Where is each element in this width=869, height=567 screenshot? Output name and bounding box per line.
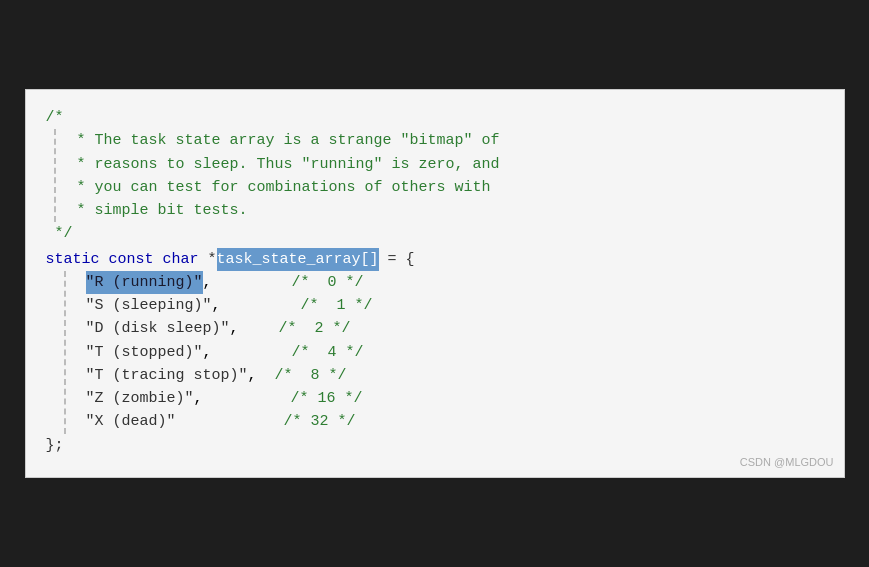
- comment-text-3: * you can test for combinations of other…: [68, 176, 491, 199]
- equals-operator: = {: [379, 248, 415, 271]
- entry-3-value: "T (stopped)": [86, 341, 203, 364]
- keyword-char: char: [163, 248, 208, 271]
- entry-5-comment: /* 16 */: [291, 387, 363, 410]
- comment-line-1: * The task state array is a strange "bit…: [68, 129, 824, 152]
- array-entry-6: "X (dead)" /* 32 */: [86, 410, 824, 433]
- entry-0-comment: /* 0 */: [292, 271, 364, 294]
- watermark: CSDN @MLGDOU: [740, 454, 834, 471]
- comment-close: */: [46, 222, 73, 245]
- code-container: /* * The task state array is a strange "…: [25, 89, 845, 478]
- entry-0-value: "R (running)": [86, 271, 203, 294]
- entry-3-comment: /* 4 */: [292, 341, 364, 364]
- entry-5-value: "Z (zombie)": [86, 387, 194, 410]
- array-body: "R (running)", /* 0 */ "S (sleeping)", /…: [64, 271, 824, 434]
- entry-0-comma: ,: [203, 271, 212, 294]
- closing-line: };: [46, 434, 824, 457]
- entry-1-comment: /* 1 */: [301, 294, 373, 317]
- entry-1-value: "S (sleeping)": [86, 294, 212, 317]
- keyword-const: const: [109, 248, 163, 271]
- comment-open-line: /*: [46, 106, 824, 129]
- comment-text-1: * The task state array is a strange "bit…: [68, 129, 500, 152]
- entry-6-comment: /* 32 */: [284, 410, 356, 433]
- closing-brace: };: [46, 434, 64, 457]
- array-entry-2: "D (disk sleep)", /* 2 */: [86, 317, 824, 340]
- array-entry-3: "T (stopped)", /* 4 */: [86, 341, 824, 364]
- comment-line-3: * you can test for combinations of other…: [68, 176, 824, 199]
- declaration-line: static const char * task_state_array[] =…: [46, 248, 824, 271]
- comment-open: /*: [46, 106, 64, 129]
- comment-block: /* * The task state array is a strange "…: [46, 106, 824, 246]
- array-entry-1: "S (sleeping)", /* 1 */: [86, 294, 824, 317]
- comment-line-4: * simple bit tests.: [68, 199, 824, 222]
- entry-4-comment: /* 8 */: [275, 364, 347, 387]
- array-entry-4: "T (tracing stop)", /* 8 */: [86, 364, 824, 387]
- entry-4-value: "T (tracing stop)": [86, 364, 248, 387]
- entry-2-comment: /* 2 */: [279, 317, 351, 340]
- pointer-star: *: [208, 248, 217, 271]
- entry-2-value: "D (disk sleep)": [86, 317, 230, 340]
- array-name-highlight: task_state_array[]: [217, 248, 379, 271]
- entry-6-value: "X (dead)": [86, 410, 176, 433]
- array-entry-0: "R (running)", /* 0 */: [86, 271, 824, 294]
- keyword-static: static: [46, 248, 109, 271]
- comment-close-line: */: [46, 222, 824, 245]
- array-entry-5: "Z (zombie)", /* 16 */: [86, 387, 824, 410]
- comment-text-4: * simple bit tests.: [68, 199, 248, 222]
- comment-line-2: * reasons to sleep. Thus "running" is ze…: [68, 153, 824, 176]
- comment-text-2: * reasons to sleep. Thus "running" is ze…: [68, 153, 500, 176]
